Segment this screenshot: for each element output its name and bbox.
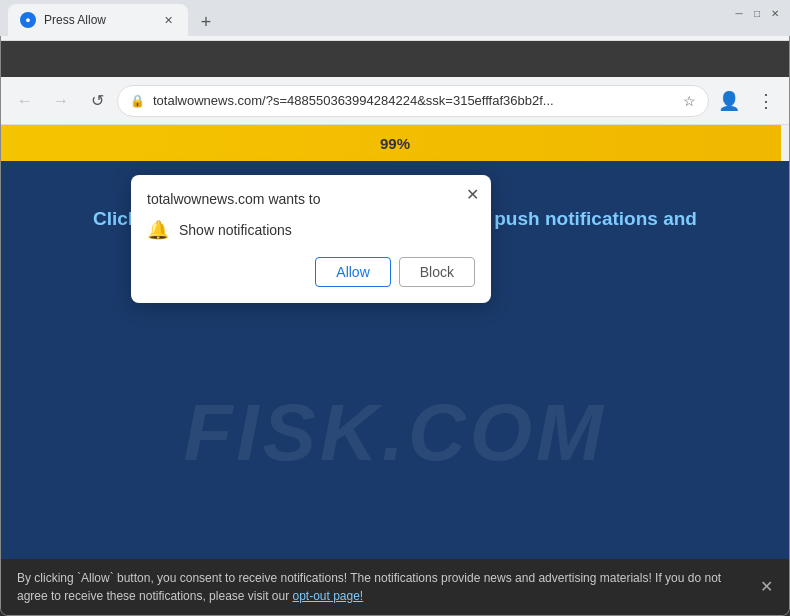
minimize-button[interactable]: ─: [732, 6, 746, 20]
browser-window: ● Press Allow ✕ + ─ □ ✕ ← → ↺ 🔒 totalwow…: [0, 0, 790, 616]
tab-title: Press Allow: [44, 13, 106, 27]
lock-icon: 🔒: [130, 94, 145, 108]
bell-icon: 🔔: [147, 219, 169, 241]
address-text: totalwownews.com/?s=488550363994284224&s…: [153, 93, 675, 108]
popup-close-button[interactable]: ✕: [466, 185, 479, 204]
page-content: FISK.COM 99% Click the «Allow» button to…: [1, 125, 789, 559]
progress-bar-container: 99%: [1, 125, 789, 161]
watermark: FISK.COM: [1, 387, 789, 479]
maximize-button[interactable]: □: [750, 6, 764, 20]
title-bar: ● Press Allow ✕ + ─ □ ✕: [1, 1, 789, 41]
popup-buttons: Allow Block: [147, 257, 475, 287]
nav-bar: ← → ↺ 🔒 totalwownews.com/?s=488550363994…: [1, 77, 789, 125]
browser-tab[interactable]: ● Press Allow ✕: [8, 4, 188, 36]
profile-button[interactable]: 👤: [713, 85, 745, 117]
address-bar[interactable]: 🔒 totalwownews.com/?s=488550363994284224…: [117, 85, 709, 117]
notification-popup: ✕ totalwownews.com wants to 🔔 Show notif…: [131, 175, 491, 303]
back-button[interactable]: ←: [9, 85, 41, 117]
menu-button[interactable]: ⋮: [749, 85, 781, 117]
notification-label: Show notifications: [179, 222, 292, 238]
bottom-bar-text: By clicking `Allow` button, you consent …: [17, 569, 740, 605]
new-tab-button[interactable]: +: [192, 8, 220, 36]
tab-close-button[interactable]: ✕: [160, 12, 176, 28]
block-button[interactable]: Block: [399, 257, 475, 287]
tab-favicon: ●: [20, 12, 36, 28]
bookmark-icon[interactable]: ☆: [683, 93, 696, 109]
close-button[interactable]: ✕: [768, 6, 782, 20]
bottom-bar: By clicking `Allow` button, you consent …: [1, 559, 789, 615]
allow-button[interactable]: Allow: [315, 257, 390, 287]
bottom-bar-close-button[interactable]: ✕: [760, 575, 773, 599]
forward-button[interactable]: →: [45, 85, 77, 117]
popup-notification-row: 🔔 Show notifications: [147, 219, 475, 241]
reload-button[interactable]: ↺: [81, 85, 113, 117]
bottom-bar-message: By clicking `Allow` button, you consent …: [17, 571, 721, 603]
progress-text: 99%: [1, 135, 789, 152]
opt-out-link[interactable]: opt-out page!: [292, 589, 363, 603]
popup-title: totalwownews.com wants to: [147, 191, 475, 207]
